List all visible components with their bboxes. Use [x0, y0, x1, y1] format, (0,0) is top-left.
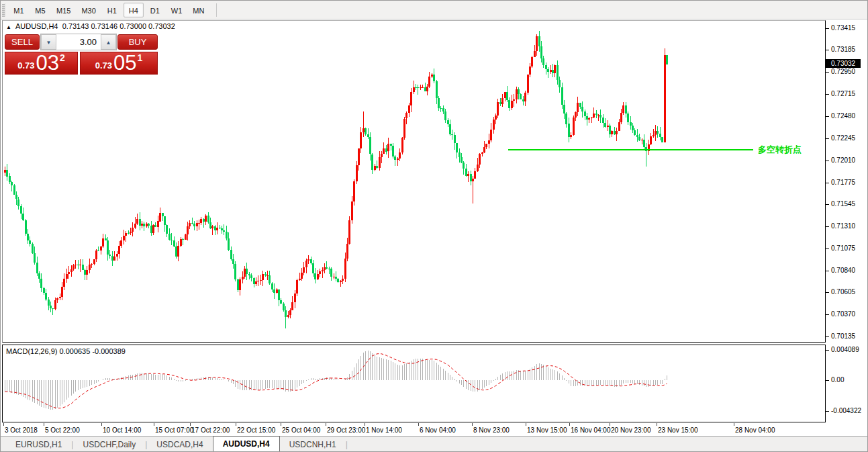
chart-ohlc-values: 0.73143 0.73146 0.73000 0.73032: [62, 22, 175, 30]
time-tick: [3, 423, 4, 426]
price-tick: [826, 292, 829, 293]
buy-price-pip: 1: [138, 52, 143, 63]
timeframe-button-d1[interactable]: D1: [145, 3, 165, 17]
time-axis-label: 20 Nov 23:00: [611, 426, 651, 434]
timeframe-button-m30[interactable]: M30: [77, 3, 100, 17]
chart-title: AUDUSD,H4: [15, 22, 58, 30]
lot-increase-button[interactable]: ▲: [101, 34, 116, 50]
macd-axis-label: -0.004322: [831, 407, 861, 414]
price-tick: [826, 72, 829, 73]
chart-tab-usdcad-h4[interactable]: USDCAD,H4: [147, 437, 212, 452]
time-tick: [734, 423, 734, 426]
time-tick: [472, 423, 473, 426]
time-axis-label: 13 Nov 15:00: [527, 426, 567, 434]
chart-header: ▲AUDUSD,H4 0.73143 0.73146 0.73000 0.730…: [6, 22, 175, 30]
sell-button[interactable]: SELL: [5, 34, 40, 50]
time-axis-label: 16 Nov 04:00: [571, 426, 611, 434]
sell-price-button[interactable]: 0.73 03 2: [5, 52, 78, 75]
tab-separator: |: [346, 440, 348, 452]
timeframe-button-mn[interactable]: MN: [188, 3, 209, 17]
time-tick: [610, 423, 610, 426]
timeframe-button-m15[interactable]: M15: [52, 3, 75, 17]
time-tick: [236, 423, 236, 426]
price-axis-label: 0.71775: [831, 179, 855, 186]
time-tick: [101, 423, 102, 426]
time-axis-label: 5 Oct 22:00: [45, 426, 80, 434]
price-tick: [826, 314, 829, 315]
annotation-label: 多空转折点: [758, 144, 802, 156]
lot-size-value[interactable]: 3.00: [56, 34, 101, 50]
time-tick: [154, 423, 154, 426]
collapse-triangle-icon[interactable]: ▲: [6, 24, 11, 30]
price-axis-label: 0.71075: [831, 244, 855, 252]
price-tick: [826, 336, 829, 337]
timeframe-button-m1[interactable]: M1: [9, 3, 29, 17]
toolbar-separator: [216, 3, 217, 17]
time-axis-label: 6 Nov 04:00: [420, 426, 456, 434]
price-axis-label: 0.72715: [831, 90, 855, 97]
price-tick: [826, 271, 829, 271]
price-axis-label: 0.73415: [831, 24, 855, 32]
sell-price-prefix: 0.73: [17, 60, 34, 71]
current-price-tag: 0.73032: [826, 59, 861, 68]
timeframe-button-h4[interactable]: H4: [124, 3, 144, 17]
macd-tick: [826, 411, 829, 412]
time-axis-label: 17 Oct 22:00: [191, 426, 230, 434]
sell-price-digits: 03: [36, 54, 59, 73]
chart-tab-usdcnh-h1[interactable]: USDCNH,H1: [280, 437, 346, 452]
price-tick: [826, 161, 829, 161]
chart-tab-usdchf-daily[interactable]: USDCHF,Daily: [73, 437, 145, 452]
macd-axis-label: 0.00: [831, 376, 844, 383]
macd-tick: [826, 380, 829, 381]
price-tick: [826, 116, 829, 117]
price-tick: [826, 28, 829, 29]
price-axis-label: 0.71545: [831, 200, 855, 208]
price-axis-label: 0.72245: [831, 134, 855, 142]
buy-button[interactable]: BUY: [117, 34, 158, 50]
lot-decrease-button[interactable]: ▼: [41, 34, 56, 50]
price-tick: [826, 138, 829, 139]
price-axis-label: 0.71310: [831, 222, 855, 230]
time-tick: [418, 423, 419, 426]
price-tick: [826, 248, 829, 249]
time-axis-label: 22 Oct 15:00: [237, 426, 275, 434]
buy-price-prefix: 0.73: [95, 60, 112, 71]
chart-tab-audusd-h4[interactable]: AUDUSD,H4: [213, 436, 280, 452]
time-tick: [569, 423, 570, 426]
time-axis-label: 29 Oct 23:00: [327, 426, 365, 434]
mt4-window: M1M5M15M30H1H4D1W1MN ▲AUDUSD,H4 0.73143 …: [0, 0, 868, 452]
price-axis-label: 0.70135: [831, 332, 855, 340]
lot-size-spinner: ▼ 3.00 ▲: [40, 34, 117, 50]
timeframe-button-m5[interactable]: M5: [30, 3, 50, 17]
time-axis-label: 1 Nov 14:00: [366, 426, 402, 434]
buy-price-button[interactable]: 0.73 05 1: [80, 52, 158, 75]
price-axis-label: 0.72950: [831, 68, 855, 75]
time-axis-label: 8 Nov 23:00: [473, 426, 510, 434]
chart-tab-eurusd-h1[interactable]: EURUSD,H1: [6, 437, 71, 452]
time-axis-label: 15 Oct 07:00: [155, 426, 193, 434]
price-axis-label: 0.70605: [831, 288, 855, 296]
chart-tab-bar: EURUSD,H1|USDCHF,Daily|USDCAD,H4AUDUSD,H…: [1, 436, 867, 452]
timeframe-button-w1[interactable]: W1: [166, 3, 187, 17]
time-axis[interactable]: 3 Oct 20185 Oct 22:0010 Oct 14:0015 Oct …: [2, 423, 826, 436]
time-axis-label: 10 Oct 14:00: [103, 426, 141, 434]
time-tick: [190, 423, 191, 426]
time-axis-label: 28 Nov 04:00: [735, 426, 775, 434]
timeframe-button-h1[interactable]: H1: [102, 3, 122, 17]
time-tick: [326, 423, 326, 426]
time-tick: [365, 423, 365, 426]
macd-indicator-plot[interactable]: [2, 345, 826, 422]
time-axis-label: 25 Oct 04:00: [282, 426, 320, 434]
toolbar-grip-icon[interactable]: [2, 3, 5, 17]
price-tick: [826, 94, 829, 95]
macd-indicator-label: MACD(12,26,9) 0.000635 -0.000389: [6, 347, 126, 355]
price-axis-label: 0.72010: [831, 156, 855, 164]
time-tick: [44, 423, 44, 426]
price-axis-label: 0.70840: [831, 267, 855, 274]
macd-axis-label: 0.004089: [831, 346, 859, 353]
macd-signal-line: [5, 354, 667, 408]
price-tick: [826, 183, 829, 183]
price-tick: [826, 50, 829, 50]
sell-price-pip: 2: [60, 52, 65, 63]
time-axis-label: 23 Nov 15:00: [658, 426, 698, 434]
